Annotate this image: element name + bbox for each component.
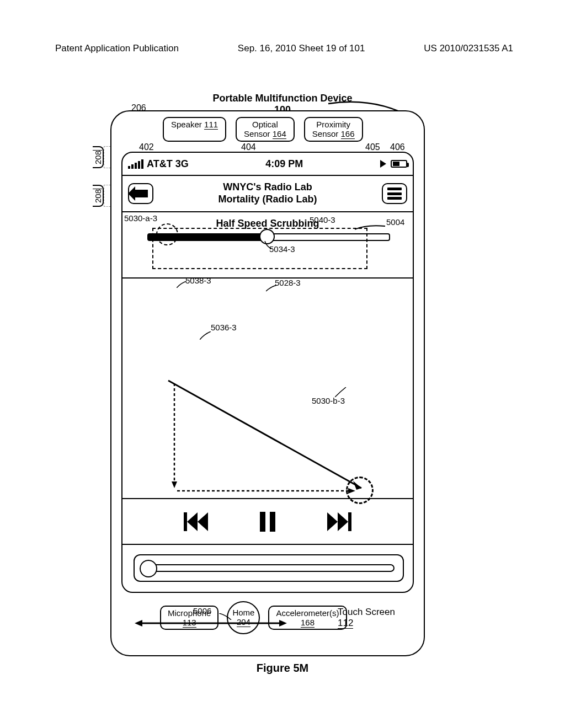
touchscreen-label: Touch Screen 112 xyxy=(338,607,413,629)
ref-5030-b-3: 5030-b-3 xyxy=(312,396,345,405)
ref-5034-lead xyxy=(264,241,272,249)
optical-num: 164 xyxy=(273,129,286,139)
carrier-label: AT&T 3G xyxy=(147,158,189,170)
proximity-sensor-box: Proximity Sensor 166 xyxy=(304,117,363,142)
optical-label1: Optical xyxy=(252,120,278,129)
battery-icon xyxy=(391,160,407,168)
title-line1: WNYC's Radio Lab xyxy=(218,181,317,194)
home-button[interactable]: Home 204 xyxy=(227,601,260,634)
side-btn-208b: 208 xyxy=(93,185,104,207)
microphone-box: Microphone113 xyxy=(160,606,218,630)
tracklist-button[interactable] xyxy=(382,183,407,204)
ref-5028-3: 5028-3 xyxy=(275,278,301,287)
list-icon xyxy=(387,188,402,200)
bottom-components: Microphone113 Home 204 Accelerometer(s)1… xyxy=(160,601,347,634)
pause-button[interactable] xyxy=(258,512,278,532)
page-header: Patent Application Publication Sep. 16, … xyxy=(55,43,513,54)
horizontal-component-5036 xyxy=(174,487,358,495)
volume-panel xyxy=(134,554,404,582)
header-right: US 2010/0231535 A1 xyxy=(424,43,513,54)
back-button[interactable] xyxy=(128,183,153,204)
accelerometer-box: Accelerometer(s)168 xyxy=(268,606,347,630)
ref-5030-a-3: 5030-a-3 xyxy=(124,213,157,223)
speaker-num: 111 xyxy=(204,120,218,130)
prox-label2: Sensor xyxy=(312,129,339,138)
side-208a-line xyxy=(104,146,110,168)
status-bar: AT&T 3G 4:09 PM xyxy=(122,153,413,176)
playback-controls xyxy=(122,498,413,545)
now-playing-header: WNYC's Radio Lab Mortality (Radio Lab) xyxy=(122,176,413,212)
volume-slider[interactable] xyxy=(143,564,395,572)
rewind-button[interactable] xyxy=(184,512,208,531)
svg-marker-8 xyxy=(135,620,142,627)
volume-thumb[interactable] xyxy=(140,560,157,577)
signal-icon xyxy=(128,159,143,169)
optical-label2: Sensor xyxy=(244,129,270,138)
ref-5034-3: 5034-3 xyxy=(269,244,295,254)
ref-5028-lead xyxy=(266,284,278,291)
optical-sensor-box: Optical Sensor 164 xyxy=(236,117,295,142)
ref-5004: 5004 xyxy=(386,217,404,227)
ref-5036-3: 5036-3 xyxy=(211,323,237,332)
status-right xyxy=(380,160,407,168)
track-title: WNYC's Radio Lab Mortality (Radio Lab) xyxy=(218,181,317,205)
ref-5004-lead xyxy=(355,222,385,228)
side-208b-line xyxy=(104,185,110,207)
prox-num: 166 xyxy=(341,129,355,139)
side-btn-208a: 208 xyxy=(93,146,104,168)
ref-5038-lead xyxy=(177,280,188,287)
speaker-label: Speaker xyxy=(171,120,202,129)
ref-5030b-lead xyxy=(335,387,347,397)
prox-label1: Proximity xyxy=(316,120,350,129)
speaker-box: Speaker 111 xyxy=(163,117,226,142)
album-art-area: 5006 Touch Screen 112 xyxy=(122,279,413,498)
touch-point-a xyxy=(156,223,178,245)
carrier-group: AT&T 3G xyxy=(128,158,189,170)
title-line2: Mortality (Radio Lab) xyxy=(218,194,317,206)
header-center: Sep. 16, 2010 Sheet 19 of 101 xyxy=(238,43,365,54)
ref-5038-3: 5038-3 xyxy=(185,276,211,285)
ref-5040-3: 5040-3 xyxy=(310,215,335,224)
vertical-component-5038 xyxy=(170,381,178,491)
figure-label: Figure 5M xyxy=(0,662,565,675)
ref-5036-lead xyxy=(200,331,212,340)
forward-button[interactable] xyxy=(327,512,351,531)
play-indicator-icon xyxy=(380,160,386,168)
home-num: 204 xyxy=(237,618,250,628)
header-left: Patent Application Publication xyxy=(55,43,179,54)
touch-screen[interactable]: AT&T 3G 4:09 PM WNYC's Radio Lab Mortali… xyxy=(121,152,414,593)
back-arrow-icon xyxy=(134,190,148,197)
home-label: Home xyxy=(232,608,254,618)
status-time: 4:09 PM xyxy=(265,158,303,170)
sensors-row: Speaker 111 Optical Sensor 164 Proximity… xyxy=(163,117,363,142)
